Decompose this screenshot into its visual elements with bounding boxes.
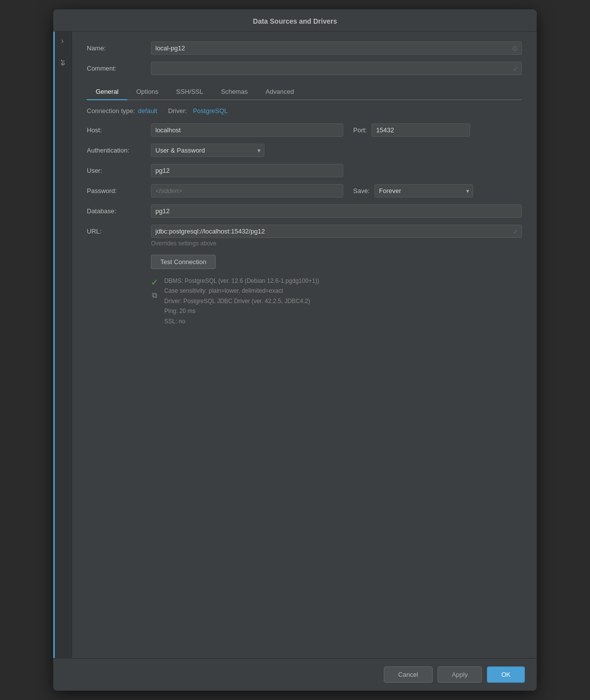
url-row: URL: ⤢ bbox=[87, 225, 522, 238]
copy-icon[interactable]: ⧉ bbox=[152, 291, 157, 300]
user-label: User: bbox=[87, 167, 151, 174]
connection-type-row: Connection type: default Driver: Postgre… bbox=[87, 107, 522, 115]
tabs-row: General Options SSH/SSL Schemas Advanced bbox=[87, 84, 522, 100]
driver-label: Driver: bbox=[168, 107, 187, 115]
test-connection-button[interactable]: Test Connection bbox=[151, 255, 216, 269]
user-input[interactable] bbox=[151, 164, 343, 177]
main-content: › er Name: ⊙ Comment: ⤢ bbox=[53, 32, 537, 658]
sidebar-active-indicator bbox=[53, 32, 55, 658]
sidebar-arrow[interactable]: › bbox=[61, 37, 64, 45]
password-row: Password: Save: Forever Until restart Ne… bbox=[87, 184, 522, 197]
data-sources-dialog: Data Sources and Drivers › er Name: ⊙ Co… bbox=[53, 9, 537, 691]
sidebar: › er bbox=[53, 32, 72, 658]
ok-button[interactable]: OK bbox=[487, 666, 525, 683]
tab-options[interactable]: Options bbox=[127, 84, 167, 100]
auth-label: Authentication: bbox=[87, 147, 151, 154]
check-icon: ✓ bbox=[151, 277, 158, 288]
expand-icon[interactable]: ⤢ bbox=[513, 65, 518, 72]
name-icon: ⊙ bbox=[512, 44, 518, 52]
name-label: Name: bbox=[87, 44, 151, 52]
auth-select[interactable]: User & Password No auth Kerberos pgpass bbox=[151, 144, 264, 157]
url-input[interactable] bbox=[151, 225, 522, 238]
url-label: URL: bbox=[87, 228, 151, 235]
sidebar-label: er bbox=[59, 59, 66, 66]
status-driver: Driver: PostgreSQL JDBC Driver (ver. 42.… bbox=[164, 296, 319, 306]
name-row: Name: ⊙ bbox=[87, 41, 522, 55]
tab-schemas[interactable]: Schemas bbox=[212, 84, 257, 100]
name-input[interactable] bbox=[151, 41, 522, 55]
driver-value[interactable]: PostgreSQL bbox=[193, 107, 228, 115]
auth-row: Authentication: User & Password No auth … bbox=[87, 144, 522, 157]
form-area: Name: ⊙ Comment: ⤢ General Options SSH/S… bbox=[72, 32, 537, 658]
port-input[interactable] bbox=[371, 123, 470, 137]
save-label: Save: bbox=[353, 187, 369, 194]
title-text: Data Sources and Drivers bbox=[253, 17, 337, 25]
database-input[interactable] bbox=[151, 204, 522, 218]
database-row: Database: bbox=[87, 204, 522, 218]
connection-type-label: Connection type: bbox=[87, 107, 135, 115]
status-icons: ✓ ⧉ bbox=[151, 276, 158, 300]
tab-ssh-ssl[interactable]: SSH/SSL bbox=[167, 84, 212, 100]
footer: Cancel Apply OK bbox=[53, 658, 537, 691]
host-port-row: Host: Port: bbox=[87, 123, 522, 137]
dialog-title: Data Sources and Drivers bbox=[53, 9, 537, 32]
status-ping: Ping: 20 ms bbox=[164, 306, 319, 316]
comment-input-wrapper: ⤢ bbox=[151, 62, 522, 75]
apply-button[interactable]: Apply bbox=[438, 666, 482, 683]
host-input[interactable] bbox=[151, 123, 343, 137]
tab-general[interactable]: General bbox=[87, 84, 127, 100]
connection-status: ✓ ⧉ DBMS: PostgreSQL (ver. 12.6 (Debian … bbox=[151, 276, 522, 326]
url-input-wrapper: ⤢ bbox=[151, 225, 522, 238]
status-dbms: DBMS: PostgreSQL (ver. 12.6 (Debian 12.6… bbox=[164, 276, 319, 286]
database-label: Database: bbox=[87, 207, 151, 215]
name-input-wrapper: ⊙ bbox=[151, 41, 522, 55]
status-text-block: DBMS: PostgreSQL (ver. 12.6 (Debian 12.6… bbox=[164, 276, 319, 326]
password-input[interactable] bbox=[151, 184, 343, 197]
comment-input[interactable] bbox=[151, 62, 522, 75]
comment-label: Comment: bbox=[87, 65, 151, 72]
status-case: Case sensitivity: plain=lower, delimited… bbox=[164, 286, 319, 296]
status-ssl: SSL: no bbox=[164, 316, 319, 326]
host-label: Host: bbox=[87, 126, 151, 134]
tab-advanced[interactable]: Advanced bbox=[257, 84, 303, 100]
save-select-wrapper: Forever Until restart Never bbox=[374, 184, 473, 197]
connection-type-value[interactable]: default bbox=[138, 107, 157, 115]
auth-select-wrapper: User & Password No auth Kerberos pgpass bbox=[151, 144, 264, 157]
comment-row: Comment: ⤢ bbox=[87, 62, 522, 75]
password-label: Password: bbox=[87, 187, 151, 194]
url-expand-icon[interactable]: ⤢ bbox=[513, 228, 518, 235]
user-row: User: bbox=[87, 164, 522, 177]
cancel-button[interactable]: Cancel bbox=[384, 666, 432, 683]
port-label: Port: bbox=[353, 126, 367, 134]
save-select[interactable]: Forever Until restart Never bbox=[374, 184, 473, 197]
overrides-hint: Overrides settings above bbox=[151, 240, 522, 247]
